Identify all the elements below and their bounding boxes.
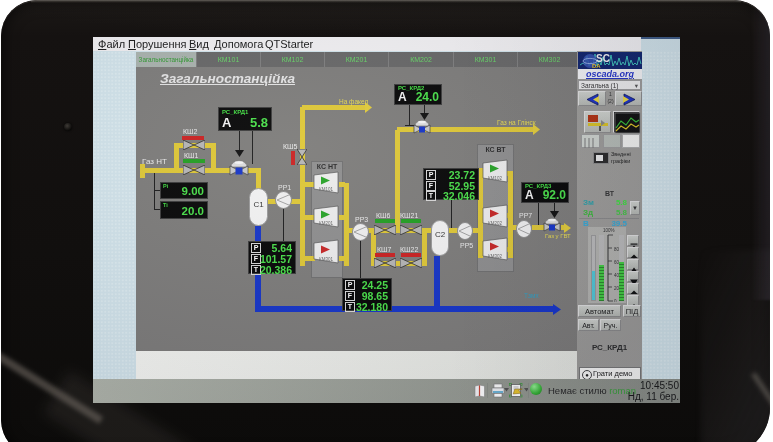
svg-text:КМ201: КМ201 [319, 221, 333, 226]
svg-text:КМ302: КМ302 [488, 254, 502, 259]
svg-text:КМ202: КМ202 [488, 221, 502, 226]
svg-text:КМ301: КМ301 [319, 257, 333, 262]
svg-text:КМ102: КМ102 [488, 176, 502, 181]
svg-text:КМ101: КМ101 [319, 187, 333, 192]
svg-text:0: 0 [614, 299, 617, 302]
